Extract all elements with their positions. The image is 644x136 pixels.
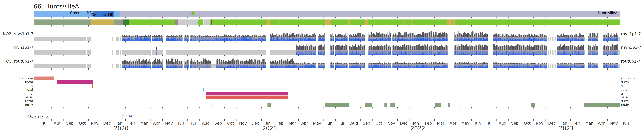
sample-bar-bright <box>604 66 604 68</box>
sample-bar-muted <box>362 51 362 55</box>
sample-bar-bright <box>324 39 324 41</box>
sample-bar-bright <box>500 65 501 68</box>
sample-bar-dark <box>511 34 512 37</box>
sample-bar-dark <box>168 36 169 37</box>
sample-bar-bright <box>358 54 358 55</box>
sample-bar-bright <box>520 66 521 68</box>
sample-bar-bright <box>568 37 568 41</box>
sample-bar-dark <box>402 63 402 64</box>
month-tick <box>261 25 262 26</box>
sample-bar-dark <box>440 62 440 64</box>
sample-bar-bright <box>310 39 311 41</box>
sample-bar-bright <box>282 39 283 41</box>
month-tick <box>582 68 583 70</box>
sample-bar-muted <box>436 52 436 55</box>
sample-bar-bright <box>457 67 458 68</box>
sample-bar-bright <box>191 67 192 68</box>
sample-bar-dark <box>590 63 591 64</box>
sample-bar-dark <box>264 35 265 37</box>
sample-bar-dark <box>538 36 538 37</box>
sample-bar-bright <box>538 54 538 55</box>
sample-bar-dark <box>301 63 302 64</box>
sample-bar-dark <box>526 36 527 37</box>
sample-bar-dark <box>241 61 242 64</box>
sample-bar-bright <box>541 38 541 41</box>
sample-bar-muted <box>383 52 383 55</box>
sample-bar-dark <box>263 59 264 64</box>
sample-bar-dark <box>298 46 298 50</box>
sample-bar-bright <box>597 40 598 41</box>
missing-data-block <box>34 64 86 68</box>
sample-bar-bright <box>425 39 426 41</box>
sample-bar-dark <box>386 63 387 64</box>
sample-bar-bright <box>247 65 248 68</box>
sample-bar-muted <box>368 52 368 55</box>
sample-bar-bright <box>132 39 133 41</box>
sample-bar-bright <box>420 54 421 55</box>
sample-bar-dark <box>290 34 290 37</box>
sample-bar-bright <box>592 53 593 55</box>
sample-bar-muted <box>198 65 198 68</box>
sample-bar-muted <box>300 52 301 55</box>
sample-bar-bright <box>531 65 531 68</box>
sample-bar-bright <box>396 54 396 55</box>
sample-bar-bright <box>544 52 544 55</box>
month-tick <box>88 68 88 70</box>
sample-bar-bright <box>178 39 179 41</box>
sample-bar-dark <box>584 34 584 37</box>
sample-bar-dark <box>182 35 182 37</box>
sample-bar-bright <box>322 38 322 41</box>
sample-bar-bright <box>333 52 334 55</box>
sample-bar-bright <box>248 39 248 41</box>
sample-bar-bright <box>299 40 300 41</box>
sample-bar-bright <box>588 65 589 68</box>
sample-bar-dark <box>311 64 312 64</box>
sample-bar-dark <box>382 64 382 64</box>
sample-bar-dark <box>384 46 384 50</box>
sample-bar-bright <box>306 53 306 55</box>
sample-bar-bright <box>194 40 195 41</box>
sample-bar-dark <box>474 46 474 50</box>
sample-bar-dark <box>336 45 336 50</box>
sample-bar-bright <box>409 54 410 55</box>
sample-bar-dark <box>511 63 512 64</box>
missing-data-block <box>87 50 91 55</box>
sample-bar-bright <box>193 41 194 41</box>
sample-bar-bright <box>240 40 241 41</box>
sample-bar-dark <box>454 46 455 50</box>
sample-bar-bright <box>429 38 430 41</box>
missing-data-block <box>34 37 86 41</box>
sample-bar-bright <box>415 53 416 55</box>
sample-bar-dark <box>303 63 304 64</box>
sample-bar-bright <box>595 54 596 55</box>
sample-bar-dark <box>225 35 226 37</box>
sample-bar-bright <box>157 38 158 41</box>
sample-bar-bright <box>591 39 592 41</box>
month-tick <box>261 119 262 121</box>
sample-bar-bright <box>557 66 558 68</box>
sample-bar-bright <box>240 66 241 68</box>
sample-bar-bright <box>195 40 196 41</box>
sample-bar-dark <box>589 63 589 64</box>
sample-bar-dark <box>478 33 479 37</box>
sample-bar-bright <box>278 65 278 68</box>
sample-bar-bright <box>122 39 123 41</box>
month-tick <box>434 25 435 26</box>
sample-bar-dark <box>359 46 359 50</box>
sample-bar-bright <box>482 38 482 41</box>
sample-bar-dark <box>478 46 479 50</box>
sample-bar-dark <box>172 62 172 64</box>
sample-bar-dark <box>282 35 282 37</box>
missing-data-block <box>270 50 296 55</box>
sample-bar-dark <box>465 63 466 64</box>
sample-bar-bright <box>617 40 618 41</box>
sample-bar-dark <box>470 45 470 50</box>
sample-bar-muted <box>420 51 421 55</box>
sample-bar-dark <box>575 63 576 64</box>
sample-bar-dark <box>546 35 546 37</box>
sample-bar-dark <box>543 45 544 50</box>
sample-bar-bright <box>498 39 499 41</box>
sample-bar-bright <box>360 39 360 41</box>
sample-bar-bright <box>182 39 182 41</box>
sample-bar-dark <box>386 44 387 50</box>
